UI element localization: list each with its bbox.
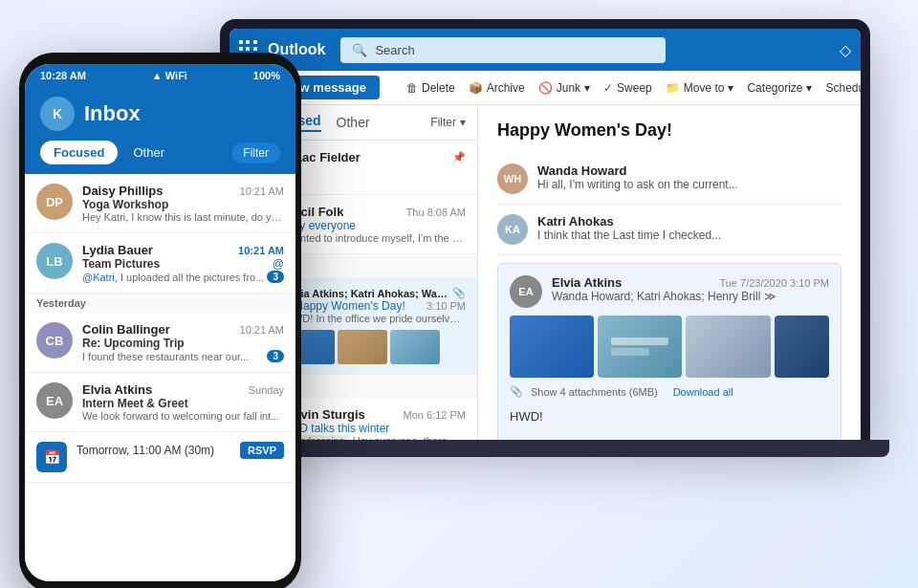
reading-name: Katri Ahokas [537,214,721,229]
phone-battery: 100% [253,70,280,81]
email-content: Colin Ballinger 10:21 AM Re: Upcoming Tr… [82,322,284,362]
attachment-thumb-1 [510,316,594,378]
at-icon: @ [273,257,284,271]
email-sender: Daisy Phillips [82,184,164,198]
attachment-info: 📎 Show 4 attachments (6MB) Download all [510,385,829,398]
calendar-icon: 📅 [36,442,67,472]
attachment-images [510,316,829,378]
phone-time: 10:28 AM [40,70,86,81]
email-preview: Hey Katri, I know this is last minute, d… [82,211,284,223]
email-content: Lydia Bauer 10:21 AM Team Pictures @ @Ka… [82,243,284,283]
email-subject: Hey everyone [285,219,466,232]
email-subject: Yoga Workshop [82,198,284,211]
unread-badge: 3 [267,350,284,362]
reading-item-wanda[interactable]: WH Wanda Howard Hi all, I'm writing to a… [497,154,842,205]
email-content: Daisy Phillips 10:21 AM Yoga Workshop He… [82,184,284,223]
avatar: EA [36,382,73,419]
reading-name: Wanda Howard [537,163,738,178]
avatar: WH [497,163,528,194]
phone-device: 10:28 AM ▲ WiFi 100% K Inbox Focused Oth… [19,53,301,588]
reading-subject: Happy Women's Day! [497,120,842,141]
email-time: Thu 8:08 AM [406,207,466,218]
reading-date: Tue 7/23/2020 3:10 PM [719,277,829,289]
email-preview: @Katri, I uploaded all the pictures fro.… [82,272,264,283]
email-time: Mon 6:12 PM [404,409,466,421]
other-tab[interactable]: Other [337,115,370,130]
download-all-link[interactable]: Download all [673,386,733,398]
attachment-thumb-2 [598,316,682,378]
reading-preview: Hi all, I'm writing to ask on the curren… [537,178,738,191]
email-time: Sunday [249,384,284,396]
junk-icon: 🚫 [538,81,553,95]
avatar: KA [497,214,528,245]
reading-item-katri[interactable]: KA Katri Ahokas I think that the Last ti… [497,205,842,255]
email-sender: Elvia Atkins [82,382,152,397]
attachments-label: Show 4 attachments (6MB) [531,386,658,398]
phone-signal: ▲ WiFi [152,70,187,81]
phone-inbox-title: Inbox [84,101,280,126]
phone-focused-tab[interactable]: Focused [40,141,118,164]
email-sender: Elvia Atkins; Katri Ahokas; Wanda Howard [285,288,452,299]
laptop-device: Outlook 🔍 Search ◇ ☰ New message 🗑 Delet… [220,19,889,478]
sweep-icon: ✓ [603,81,613,95]
archive-icon: 📦 [469,81,483,95]
sweep-button[interactable]: ✓ Sweep [603,81,652,95]
email-subject: Intern Meet & Greet [82,397,284,410]
email-sender: Colin Ballinger [82,322,170,337]
filter-chevron: ▾ [460,116,466,129]
pin-icon: 📌 [452,151,466,163]
email-preview: LandscapingHey everyone, there are some [285,435,466,440]
phone-filter-button[interactable]: Filter [231,142,280,163]
reading-name: Elvia Atkins [552,275,622,290]
search-bar[interactable]: 🔍 Search [340,37,666,63]
email-content: Kevin Sturgis Mon 6:12 PM TED talks this… [285,407,466,440]
email-time: 10:21 AM [238,245,284,256]
email-time: 10:21 AM [240,185,284,197]
move-chevron: ▾ [728,81,733,95]
junk-chevron: ▾ [584,81,590,95]
delete-button[interactable]: 🗑 Delete [406,81,455,95]
move-to-button[interactable]: 📁 Move to ▾ [666,81,734,95]
search-icon: 🔍 [352,43,367,57]
email-content: Isaac Fielder 📌 [285,150,466,164]
user-avatar[interactable]: K [40,97,75,131]
email-subject: Team Pictures [82,257,160,271]
phone-email-item-daisy[interactable]: DP Daisy Phillips 10:21 AM Yoga Workshop… [25,174,295,233]
junk-button[interactable]: 🚫 Junk ▾ [538,81,590,95]
phone-calendar-item[interactable]: 📅 Tomorrow, 11:00 AM (30m) RSVP [25,432,295,483]
email-preview: Wanted to introduce myself, I'm the new … [285,232,466,244]
avatar: DP [36,184,73,220]
email-content: Tomorrow, 11:00 AM (30m) RSVP [76,442,284,459]
avatar: LB [36,243,73,279]
rsvp-button[interactable]: RSVP [240,442,284,459]
phone-status-bar: 10:28 AM ▲ WiFi 100% [25,64,295,87]
archive-button[interactable]: 📦 Archive [469,81,525,95]
email-subject: TED talks this winter [285,422,466,435]
email-sender: Lydia Bauer [82,243,153,257]
attachment-thumb-3 [686,316,770,378]
phone-email-item-elvia[interactable]: EA Elvia Atkins Sunday Intern Meet & Gre… [25,373,295,432]
phone-screen: 10:28 AM ▲ WiFi 100% K Inbox Focused Oth… [25,64,295,581]
phone-email-item-colin[interactable]: CB Colin Ballinger 10:21 AM Re: Upcoming… [25,313,295,373]
laptop-screen: Outlook 🔍 Search ◇ ☰ New message 🗑 Delet… [230,29,861,440]
phone-yesterday-label: Yesterday [25,294,295,313]
reading-item-elvia-active[interactable]: EA Elvia Atkins Tue 7/23/2020 3:10 PM Wa… [497,263,842,440]
email-subject: > Happy Women's Day! [285,299,405,313]
reading-body2: In the office we pride ourselves on cele… [510,436,829,441]
reading-preview: I think that the Last time I checked... [537,229,721,242]
schedule-button[interactable]: Schedule ▾ [825,81,861,95]
email-reading-panel: Happy Women's Day! WH Wanda Howard Hi al… [478,105,861,440]
attachment-icon: 📎 [452,287,466,299]
categorize-button[interactable]: Categorize ▾ [747,81,812,95]
outlook-toolbar: ☰ New message 🗑 Delete 📦 Archive 🚫 Junk … [230,71,861,105]
email-preview: We look forward to welcoming our fall in… [82,410,284,422]
phone-topbar: K Inbox [25,87,295,141]
laptop-base [220,440,889,457]
email-content: Cecil Folk Thu 8:08 AM Hey everyone Want… [285,205,466,244]
clip-icon: 📎 [510,385,523,398]
laptop-frame: Outlook 🔍 Search ◇ ☰ New message 🗑 Delet… [220,19,870,440]
phone-other-tab[interactable]: Other [125,141,172,164]
phone-email-item-lydia[interactable]: LB Lydia Bauer 10:21 AM Team Pictures @ … [25,233,295,294]
filter-button[interactable]: Filter ▾ [430,116,466,129]
email-preview: I found these restaurants near our... [82,351,249,362]
